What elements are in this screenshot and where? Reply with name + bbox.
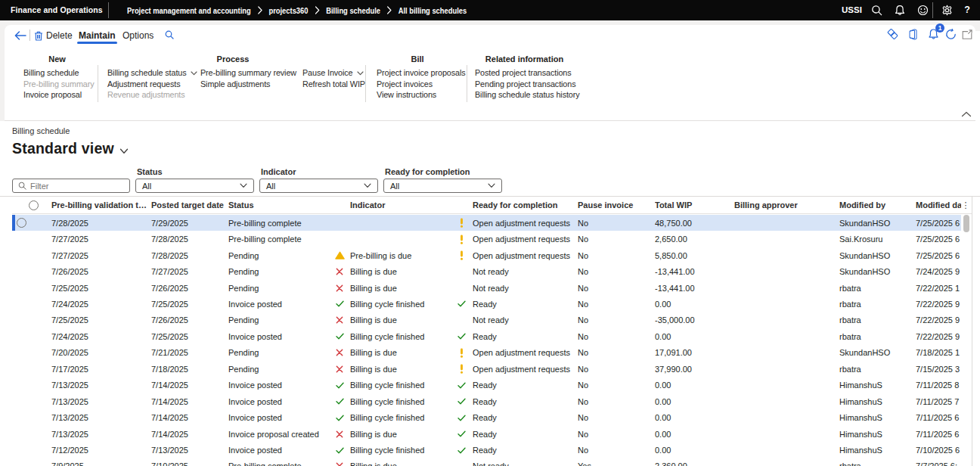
cell-modified-date: 7/11/2025 7 [916, 393, 961, 409]
delete-button[interactable]: Delete [34, 26, 73, 45]
grid-row[interactable]: 7/9/20257/10/2025Pre-billing completeBil… [12, 458, 961, 466]
action-item-view-instructions[interactable]: View instructions [368, 89, 466, 101]
grid-row[interactable]: 7/24/20257/25/2025Invoice postedBilling … [12, 328, 961, 344]
error-cross-icon [333, 345, 346, 361]
grid-filter-input[interactable]: Filter [12, 179, 130, 193]
message-center-bell-icon[interactable]: 1 [924, 25, 942, 43]
grid-row[interactable]: 7/13/20257/14/2025Invoice postedBilling … [12, 393, 961, 409]
action-item-billing-schedule-status-history[interactable]: Billing schedule status history [470, 89, 580, 101]
action-item-label: Invoice proposal [23, 89, 82, 101]
tab-options[interactable]: Options [122, 26, 154, 45]
filter-dropdown-ready-for-completion[interactable]: All [383, 179, 502, 193]
error-cross-icon [336, 349, 343, 356]
dropdown-value: All [266, 182, 275, 191]
cell-approver [734, 231, 838, 247]
action-item-billing-schedule[interactable]: Billing schedule [17, 67, 95, 79]
column-header-approver[interactable]: Billing approver [734, 197, 838, 213]
cell-modified-date: 7/11/2025 8 [916, 377, 961, 393]
success-check-icon [455, 377, 468, 393]
cell-ready: Ready [473, 328, 576, 344]
cell-total-wip: 0.00 [655, 377, 733, 393]
column-header-ready[interactable]: Ready for completion [473, 197, 576, 213]
action-item-posted-project-transactions[interactable]: Posted project transactions [470, 67, 580, 79]
grid-row[interactable]: 7/13/20257/14/2025Invoice postedBilling … [12, 409, 961, 425]
action-item-pending-project-transactions[interactable]: Pending project transactions [470, 79, 580, 90]
cell-approver [734, 458, 838, 466]
action-item-simple-adjustments[interactable]: Simple adjustments [200, 79, 302, 90]
action-item-invoice-proposal[interactable]: Invoice proposal [17, 89, 95, 101]
warning-exclamation-icon [460, 218, 464, 228]
company-picker[interactable]: USSI [842, 0, 862, 20]
action-item-project-invoice-proposals[interactable]: Project invoice proposals [368, 67, 466, 79]
cell-modified-date: 7/25/2025 6 [916, 215, 961, 231]
grid-row[interactable]: 7/26/20257/27/2025PendingBilling is dueN… [12, 263, 961, 279]
cell-total-wip: 0.00 [655, 442, 733, 458]
select-all-checkbox[interactable] [29, 200, 39, 210]
grid-row[interactable]: 7/27/20257/28/2025PendingPre-billing is … [12, 247, 961, 263]
grid-row[interactable]: 7/25/20257/26/2025PendingBilling is dueN… [12, 312, 961, 328]
vertical-scrollbar-thumb[interactable] [963, 215, 969, 232]
column-options-icon[interactable]: ⋮ [960, 197, 972, 213]
tab-maintain[interactable]: Maintain [79, 26, 116, 45]
refresh-icon[interactable] [941, 25, 960, 43]
grid-row[interactable]: 7/17/20257/18/2025PendingBilling is dueO… [12, 361, 961, 377]
search-icon[interactable] [867, 0, 886, 20]
grid-row[interactable]: 7/20/20257/21/2025PendingBilling is dueO… [12, 345, 961, 361]
action-item-adjustment-requests[interactable]: Adjustment requests [107, 79, 200, 90]
action-item-pre-billing-summary-review[interactable]: Pre-billing summary review [200, 67, 302, 79]
filter-dropdown-status[interactable]: All [135, 179, 254, 193]
success-check-icon [333, 296, 346, 312]
success-check-icon [455, 426, 468, 442]
cell-validation-date: 7/13/2025 [51, 409, 149, 425]
grid-row[interactable]: 7/27/20257/28/2025Pre-billing completeOp… [12, 231, 961, 247]
error-cross-icon [336, 430, 343, 438]
action-group-columns: Project invoice proposalsProject invoice… [368, 67, 467, 101]
action-item-label: Project invoice proposals [377, 67, 466, 79]
action-item-project-invoices[interactable]: Project invoices [368, 79, 466, 90]
column-header-indicator[interactable]: Indicator [350, 197, 456, 213]
action-item-pause-invoice[interactable]: Pause Invoice [302, 67, 365, 79]
warning-exclamation-icon [455, 231, 468, 247]
view-title[interactable]: Standard view [12, 140, 129, 157]
filter-dropdown-indicator[interactable]: All [259, 179, 378, 193]
dropdown-value: All [142, 182, 151, 191]
open-in-new-window-icon[interactable] [958, 25, 976, 43]
notifications-bell-icon[interactable] [890, 0, 910, 20]
collapse-action-pane-chevron[interactable] [957, 110, 975, 119]
cell-status: Pending [228, 247, 333, 263]
grid-row[interactable]: 7/28/20257/29/2025Pre-billing completeOp… [12, 215, 961, 231]
column-header-posted-date[interactable]: Posted target date [151, 197, 227, 213]
settings-gear-icon[interactable] [937, 0, 957, 20]
action-search-icon[interactable] [165, 30, 174, 39]
personalize-icon[interactable] [883, 25, 901, 43]
cell-validation-date: 7/20/2025 [51, 345, 149, 361]
column-header-modified-by[interactable]: Modified by [839, 197, 914, 213]
cell-ready: Not ready [473, 263, 576, 279]
help-icon[interactable]: ? [962, 0, 972, 20]
error-cross-icon [336, 462, 343, 466]
column-header-validation-date[interactable]: Pre-billing validation targ... [51, 197, 149, 213]
column-header-pause[interactable]: Pause invoice [578, 197, 653, 213]
column-header-total-wip[interactable]: Total WIP [655, 197, 733, 213]
grid-row[interactable]: 7/12/20257/13/2025Invoice postedBilling … [12, 442, 961, 458]
grid-row[interactable]: 7/13/20257/14/2025Invoice postedBilling … [12, 377, 961, 393]
action-item-billing-schedule-status[interactable]: Billing schedule status [107, 67, 200, 79]
cell-validation-date: 7/13/2025 [51, 393, 149, 409]
column-header-modified-date[interactable]: Modified date [916, 197, 961, 213]
back-button[interactable] [11, 26, 30, 45]
column-header-status[interactable]: Status [228, 197, 333, 213]
grid-row[interactable]: 7/13/20257/14/2025Invoice proposal creat… [12, 426, 961, 442]
cell-posted-date: 7/14/2025 [151, 377, 227, 393]
row-checkbox[interactable] [17, 218, 26, 228]
cell-pause: No [578, 296, 653, 312]
feedback-smiley-icon[interactable] [913, 0, 932, 20]
success-check-icon [455, 442, 468, 458]
grid-row[interactable]: 7/25/20257/26/2025PendingBilling is dueN… [12, 280, 961, 296]
cell-posted-date: 7/25/2025 [151, 296, 227, 312]
cell-posted-date: 7/26/2025 [151, 280, 227, 296]
cell-status: Invoice posted [228, 296, 333, 312]
action-item-refresh-total-wip[interactable]: Refresh total WIP [302, 79, 365, 90]
office-icon[interactable] [904, 25, 922, 43]
grid-row[interactable]: 7/24/20257/25/2025Invoice postedBilling … [12, 296, 961, 312]
cell-modified-by: SkundanHSO [839, 247, 914, 263]
